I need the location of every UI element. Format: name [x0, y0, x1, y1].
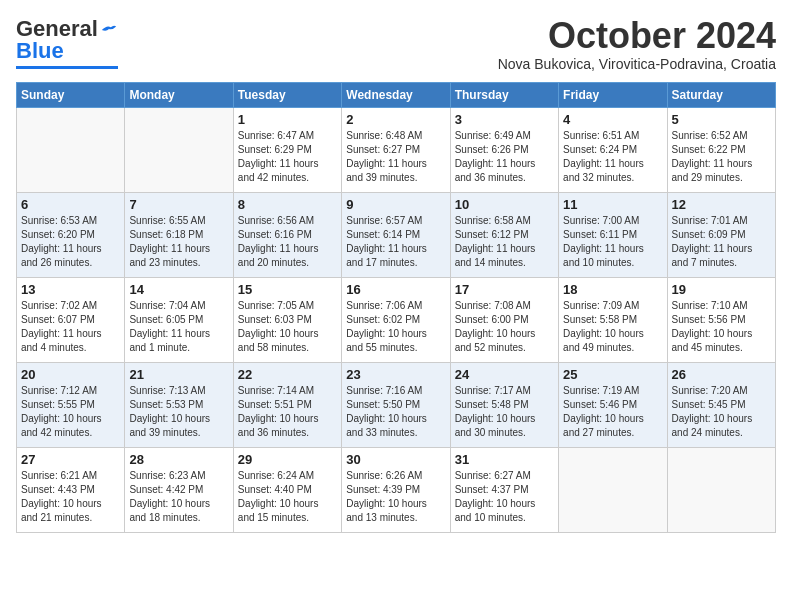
day-number: 26	[672, 367, 771, 382]
day-info: Sunrise: 7:02 AM Sunset: 6:07 PM Dayligh…	[21, 299, 120, 355]
calendar-cell: 8Sunrise: 6:56 AM Sunset: 6:16 PM Daylig…	[233, 192, 341, 277]
day-info: Sunrise: 7:05 AM Sunset: 6:03 PM Dayligh…	[238, 299, 337, 355]
calendar-cell: 29Sunrise: 6:24 AM Sunset: 4:40 PM Dayli…	[233, 447, 341, 532]
calendar-header: SundayMondayTuesdayWednesdayThursdayFrid…	[17, 82, 776, 107]
day-info: Sunrise: 6:58 AM Sunset: 6:12 PM Dayligh…	[455, 214, 554, 270]
day-info: Sunrise: 7:20 AM Sunset: 5:45 PM Dayligh…	[672, 384, 771, 440]
day-info: Sunrise: 7:14 AM Sunset: 5:51 PM Dayligh…	[238, 384, 337, 440]
day-info: Sunrise: 7:10 AM Sunset: 5:56 PM Dayligh…	[672, 299, 771, 355]
day-info: Sunrise: 6:56 AM Sunset: 6:16 PM Dayligh…	[238, 214, 337, 270]
day-number: 22	[238, 367, 337, 382]
day-number: 8	[238, 197, 337, 212]
logo-bird-icon	[100, 22, 118, 38]
day-number: 18	[563, 282, 662, 297]
day-number: 10	[455, 197, 554, 212]
calendar-cell: 18Sunrise: 7:09 AM Sunset: 5:58 PM Dayli…	[559, 277, 667, 362]
day-number: 29	[238, 452, 337, 467]
calendar-week-1: 1Sunrise: 6:47 AM Sunset: 6:29 PM Daylig…	[17, 107, 776, 192]
day-number: 28	[129, 452, 228, 467]
day-info: Sunrise: 7:17 AM Sunset: 5:48 PM Dayligh…	[455, 384, 554, 440]
day-info: Sunrise: 6:57 AM Sunset: 6:14 PM Dayligh…	[346, 214, 445, 270]
day-number: 27	[21, 452, 120, 467]
day-info: Sunrise: 7:09 AM Sunset: 5:58 PM Dayligh…	[563, 299, 662, 355]
weekday-header-monday: Monday	[125, 82, 233, 107]
day-number: 6	[21, 197, 120, 212]
calendar-cell: 14Sunrise: 7:04 AM Sunset: 6:05 PM Dayli…	[125, 277, 233, 362]
calendar-cell: 25Sunrise: 7:19 AM Sunset: 5:46 PM Dayli…	[559, 362, 667, 447]
calendar-cell: 11Sunrise: 7:00 AM Sunset: 6:11 PM Dayli…	[559, 192, 667, 277]
day-info: Sunrise: 6:52 AM Sunset: 6:22 PM Dayligh…	[672, 129, 771, 185]
day-number: 2	[346, 112, 445, 127]
day-info: Sunrise: 7:19 AM Sunset: 5:46 PM Dayligh…	[563, 384, 662, 440]
calendar-cell	[559, 447, 667, 532]
day-info: Sunrise: 7:04 AM Sunset: 6:05 PM Dayligh…	[129, 299, 228, 355]
calendar-cell: 31Sunrise: 6:27 AM Sunset: 4:37 PM Dayli…	[450, 447, 558, 532]
calendar-cell: 12Sunrise: 7:01 AM Sunset: 6:09 PM Dayli…	[667, 192, 775, 277]
day-number: 5	[672, 112, 771, 127]
calendar-table: SundayMondayTuesdayWednesdayThursdayFrid…	[16, 82, 776, 533]
day-info: Sunrise: 7:00 AM Sunset: 6:11 PM Dayligh…	[563, 214, 662, 270]
day-number: 14	[129, 282, 228, 297]
location-subtitle: Nova Bukovica, Virovitica-Podravina, Cro…	[498, 56, 776, 72]
weekday-header-wednesday: Wednesday	[342, 82, 450, 107]
day-info: Sunrise: 7:12 AM Sunset: 5:55 PM Dayligh…	[21, 384, 120, 440]
day-number: 9	[346, 197, 445, 212]
day-number: 21	[129, 367, 228, 382]
day-number: 23	[346, 367, 445, 382]
day-info: Sunrise: 7:16 AM Sunset: 5:50 PM Dayligh…	[346, 384, 445, 440]
calendar-body: 1Sunrise: 6:47 AM Sunset: 6:29 PM Daylig…	[17, 107, 776, 532]
day-number: 4	[563, 112, 662, 127]
calendar-cell: 2Sunrise: 6:48 AM Sunset: 6:27 PM Daylig…	[342, 107, 450, 192]
calendar-cell: 26Sunrise: 7:20 AM Sunset: 5:45 PM Dayli…	[667, 362, 775, 447]
calendar-cell: 9Sunrise: 6:57 AM Sunset: 6:14 PM Daylig…	[342, 192, 450, 277]
day-info: Sunrise: 6:55 AM Sunset: 6:18 PM Dayligh…	[129, 214, 228, 270]
day-info: Sunrise: 6:48 AM Sunset: 6:27 PM Dayligh…	[346, 129, 445, 185]
calendar-cell: 19Sunrise: 7:10 AM Sunset: 5:56 PM Dayli…	[667, 277, 775, 362]
logo: General Blue	[16, 16, 118, 69]
day-info: Sunrise: 6:49 AM Sunset: 6:26 PM Dayligh…	[455, 129, 554, 185]
calendar-cell: 16Sunrise: 7:06 AM Sunset: 6:02 PM Dayli…	[342, 277, 450, 362]
weekday-header-saturday: Saturday	[667, 82, 775, 107]
day-number: 16	[346, 282, 445, 297]
day-info: Sunrise: 7:13 AM Sunset: 5:53 PM Dayligh…	[129, 384, 228, 440]
calendar-cell: 30Sunrise: 6:26 AM Sunset: 4:39 PM Dayli…	[342, 447, 450, 532]
page-header: General Blue October 2024 Nova Bukovica,…	[16, 16, 776, 72]
day-info: Sunrise: 6:26 AM Sunset: 4:39 PM Dayligh…	[346, 469, 445, 525]
calendar-cell: 4Sunrise: 6:51 AM Sunset: 6:24 PM Daylig…	[559, 107, 667, 192]
day-number: 7	[129, 197, 228, 212]
weekday-header-thursday: Thursday	[450, 82, 558, 107]
calendar-cell: 27Sunrise: 6:21 AM Sunset: 4:43 PM Dayli…	[17, 447, 125, 532]
day-info: Sunrise: 7:01 AM Sunset: 6:09 PM Dayligh…	[672, 214, 771, 270]
calendar-cell: 13Sunrise: 7:02 AM Sunset: 6:07 PM Dayli…	[17, 277, 125, 362]
day-number: 1	[238, 112, 337, 127]
day-number: 20	[21, 367, 120, 382]
day-number: 15	[238, 282, 337, 297]
calendar-cell: 17Sunrise: 7:08 AM Sunset: 6:00 PM Dayli…	[450, 277, 558, 362]
day-info: Sunrise: 6:53 AM Sunset: 6:20 PM Dayligh…	[21, 214, 120, 270]
logo-blue: Blue	[16, 38, 64, 64]
calendar-cell	[17, 107, 125, 192]
day-number: 24	[455, 367, 554, 382]
day-number: 19	[672, 282, 771, 297]
title-area: October 2024 Nova Bukovica, Virovitica-P…	[498, 16, 776, 72]
calendar-cell	[125, 107, 233, 192]
day-number: 25	[563, 367, 662, 382]
day-info: Sunrise: 7:06 AM Sunset: 6:02 PM Dayligh…	[346, 299, 445, 355]
day-number: 30	[346, 452, 445, 467]
day-number: 3	[455, 112, 554, 127]
month-title: October 2024	[498, 16, 776, 56]
day-info: Sunrise: 7:08 AM Sunset: 6:00 PM Dayligh…	[455, 299, 554, 355]
calendar-cell: 7Sunrise: 6:55 AM Sunset: 6:18 PM Daylig…	[125, 192, 233, 277]
calendar-week-2: 6Sunrise: 6:53 AM Sunset: 6:20 PM Daylig…	[17, 192, 776, 277]
day-number: 11	[563, 197, 662, 212]
calendar-cell: 22Sunrise: 7:14 AM Sunset: 5:51 PM Dayli…	[233, 362, 341, 447]
calendar-cell: 1Sunrise: 6:47 AM Sunset: 6:29 PM Daylig…	[233, 107, 341, 192]
day-number: 31	[455, 452, 554, 467]
day-number: 12	[672, 197, 771, 212]
day-info: Sunrise: 6:24 AM Sunset: 4:40 PM Dayligh…	[238, 469, 337, 525]
day-number: 17	[455, 282, 554, 297]
day-info: Sunrise: 6:47 AM Sunset: 6:29 PM Dayligh…	[238, 129, 337, 185]
logo-underline	[16, 66, 118, 69]
calendar-cell: 3Sunrise: 6:49 AM Sunset: 6:26 PM Daylig…	[450, 107, 558, 192]
calendar-cell: 28Sunrise: 6:23 AM Sunset: 4:42 PM Dayli…	[125, 447, 233, 532]
